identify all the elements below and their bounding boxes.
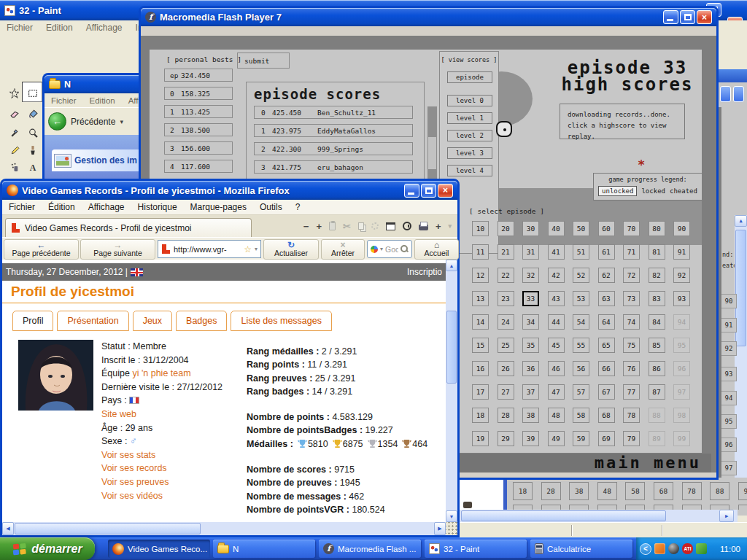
- bg-episode-cell-98[interactable]: 98: [738, 482, 747, 500]
- bg-episode-cell-28[interactable]: 28: [541, 482, 561, 500]
- highscore-row-3[interactable]: 3421.775eru_bahagon: [254, 160, 413, 174]
- episode-cell-75[interactable]: 75: [623, 338, 640, 353]
- bg-episode-cell-68[interactable]: 68: [654, 482, 673, 500]
- pencil-tool-icon[interactable]: [6, 141, 23, 159]
- bg-episode-cell-48[interactable]: 48: [597, 482, 617, 500]
- episode-cell-14[interactable]: 14: [472, 314, 489, 330]
- bg-episode-cell-88[interactable]: 88: [710, 482, 729, 500]
- new-tab-icon[interactable]: +: [436, 221, 441, 232]
- explorer-titlebar[interactable]: N: [44, 75, 143, 93]
- episode-cell-27[interactable]: 27: [498, 384, 514, 400]
- background-horizontal-scrollbar[interactable]: ▶: [460, 510, 738, 522]
- bg-side-cell-94[interactable]: 94: [721, 391, 737, 405]
- episode-cell-99[interactable]: 99: [673, 431, 690, 446]
- bookmark-star-icon[interactable]: ☆: [244, 244, 252, 254]
- tray-device-icon[interactable]: [668, 543, 679, 554]
- taskbar-button-32-paint[interactable]: 32 - Paint: [425, 540, 527, 558]
- tray-ati-icon[interactable]: ATI: [682, 543, 693, 554]
- episode-cell-60[interactable]: 60: [598, 221, 615, 236]
- search-icon[interactable]: [400, 245, 409, 253]
- taskbar-button-calculatrice[interactable]: Calculatrice: [530, 540, 632, 558]
- back-button[interactable]: ← Page précédente: [4, 239, 79, 260]
- view-button-episode[interactable]: episode: [447, 71, 492, 83]
- episode-cell-78[interactable]: 78: [623, 408, 640, 423]
- firefox-minimize-button[interactable]: [404, 184, 419, 198]
- episode-cell-37[interactable]: 37: [522, 384, 539, 400]
- episode-cell-72[interactable]: 72: [623, 268, 640, 283]
- flash-titlebar[interactable]: f Macromedia Flash Player 7 ×: [141, 8, 716, 26]
- bg-episode-cell-58[interactable]: 58: [625, 482, 645, 500]
- episode-cell-71[interactable]: 71: [623, 244, 640, 260]
- firefox-menu-0[interactable]: Fichier: [2, 201, 42, 214]
- uk-flag-icon[interactable]: [131, 268, 143, 276]
- airbrush-tool-icon[interactable]: [6, 158, 23, 176]
- start-button[interactable]: démarrer: [0, 537, 95, 560]
- episode-cell-21[interactable]: 21: [498, 244, 514, 260]
- episode-cell-18[interactable]: 18: [472, 408, 489, 423]
- profile-link[interactable]: Voir ses preuves: [101, 477, 169, 487]
- episode-cell-77[interactable]: 77: [623, 384, 640, 400]
- text-tool-icon[interactable]: A: [24, 158, 42, 176]
- episode-cell-46[interactable]: 46: [548, 361, 565, 376]
- profile-link[interactable]: Voir ses stats: [101, 450, 155, 460]
- zoom-out-icon[interactable]: −: [303, 221, 309, 232]
- highscore-row-1[interactable]: 1423.975EddyMataGallos: [254, 124, 413, 137]
- view-button-level-2[interactable]: level 2: [447, 130, 492, 141]
- legend-item-unlocked[interactable]: unlocked: [598, 186, 637, 196]
- episode-cell-47[interactable]: 47: [548, 384, 565, 400]
- highscore-row-0[interactable]: 0425.450Ben_Schultz_11: [254, 106, 413, 119]
- flash-maximize-button[interactable]: [680, 10, 695, 24]
- tray-utility-icon[interactable]: [696, 543, 707, 554]
- scroll-left-icon[interactable]: ◀: [2, 522, 14, 535]
- profile-tab-jeux[interactable]: Jeux: [133, 311, 172, 331]
- episode-cell-63[interactable]: 63: [598, 291, 615, 306]
- tray-chevron-icon[interactable]: <: [640, 543, 651, 555]
- flash-minimize-button[interactable]: [663, 10, 678, 24]
- legend-item-locked[interactable]: locked: [641, 187, 665, 195]
- episode-cell-24[interactable]: 24: [498, 314, 514, 330]
- firefox-menu-2[interactable]: Affichage: [82, 201, 131, 214]
- chevron-down-icon[interactable]: ▾: [448, 222, 452, 230]
- bg-side-cell-92[interactable]: 92: [721, 341, 737, 356]
- episode-cell-16[interactable]: 16: [472, 361, 489, 376]
- picture-tasks-panel[interactable]: Gestion des im: [52, 149, 145, 171]
- scroll-up-icon[interactable]: ▲: [446, 260, 457, 271]
- resize-grip[interactable]: [446, 522, 457, 535]
- episode-cell-92[interactable]: 92: [673, 268, 690, 283]
- scrollbar-thumb[interactable]: [461, 510, 666, 521]
- episode-cell-49[interactable]: 49: [548, 431, 565, 446]
- inscription-link[interactable]: Inscriptio: [407, 267, 442, 277]
- flash-close-button[interactable]: ×: [697, 10, 712, 24]
- profile-link[interactable]: yi 'n phie team: [132, 368, 190, 378]
- firefox-menu-3[interactable]: Historique: [131, 201, 184, 214]
- episode-cell-51[interactable]: 51: [573, 244, 589, 260]
- episode-cell-30[interactable]: 30: [522, 221, 539, 236]
- episode-cell-39[interactable]: 39: [522, 431, 539, 446]
- episode-cell-40[interactable]: 40: [548, 221, 565, 236]
- episode-cell-20[interactable]: 20: [498, 221, 514, 236]
- episode-cell-17[interactable]: 17: [472, 384, 489, 400]
- episode-cell-13[interactable]: 13: [472, 291, 489, 306]
- episode-cell-26[interactable]: 26: [498, 361, 514, 376]
- episode-cell-88[interactable]: 88: [649, 408, 665, 423]
- profile-link[interactable]: Voir ses vidéos: [101, 491, 163, 501]
- episode-cell-23[interactable]: 23: [498, 291, 514, 306]
- explorer-menu-0[interactable]: Fichier: [44, 95, 83, 106]
- taskbar-button-n[interactable]: N: [213, 540, 315, 558]
- episode-cell-29[interactable]: 29: [498, 431, 514, 446]
- episode-cell-83[interactable]: 83: [649, 291, 665, 306]
- scroll-up-icon[interactable]: ▲: [735, 215, 747, 227]
- episode-cell-48[interactable]: 48: [548, 408, 565, 423]
- paint-menu-2[interactable]: Affichage: [80, 21, 129, 34]
- episode-cell-34[interactable]: 34: [522, 314, 539, 330]
- episode-cell-87[interactable]: 87: [649, 384, 665, 400]
- view-button-level-0[interactable]: level 0: [447, 95, 492, 106]
- episode-cell-38[interactable]: 38: [522, 408, 539, 423]
- episode-cell-54[interactable]: 54: [573, 314, 589, 330]
- firefox-menu-1[interactable]: Édition: [42, 201, 82, 214]
- episode-cell-58[interactable]: 58: [573, 408, 589, 423]
- episode-cell-12[interactable]: 12: [472, 268, 489, 283]
- explorer-back-button[interactable]: ←: [48, 112, 66, 131]
- rect-select-tool-icon[interactable]: [24, 85, 42, 102]
- taskbar-button-macromedia-flash-[interactable]: fMacromedia Flash ...: [319, 540, 421, 558]
